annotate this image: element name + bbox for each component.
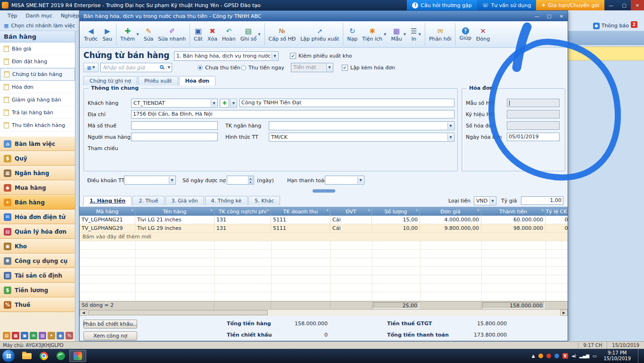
menu-tep[interactable]: Tệp [4, 13, 21, 19]
support-button[interactable]: ☏ Tư vấn sử dụng [477, 0, 537, 10]
module-ban-lam-viec[interactable]: ⌂Bàn làm việc [0, 136, 75, 151]
quick-shortcut-icon[interactable]: ◆ [57, 332, 64, 339]
start-button[interactable] [2, 350, 15, 362]
cell[interactable]: Cái [330, 216, 372, 224]
toolbar-button-hoan[interactable]: ↶Hoàn [220, 26, 238, 43]
column-header-ty-le-ck[interactable]: Tỷ lệ CK (%)+ [545, 207, 568, 216]
network-icon[interactable]: ▂▄▆ [579, 354, 589, 358]
column-header-dvt[interactable]: ĐVT+ [330, 207, 372, 216]
tray-app-icon[interactable] [546, 354, 551, 358]
invoice-date-field[interactable]: 05/01/2019 [507, 133, 560, 141]
cell[interactable]: 60.000.000 [481, 216, 545, 224]
column-header-thanh-tien[interactable]: Thành tiền+ [481, 207, 545, 216]
quick-shortcut-icon[interactable]: ▤ [3, 332, 10, 339]
toolbar-button-sau[interactable]: ▶Sau [100, 26, 115, 43]
tab-thong-ke[interactable]: 4. Thống kê [205, 196, 248, 205]
payment-type-combo[interactable]: TM/CK▼ [269, 133, 454, 142]
tray-expand-icon[interactable]: ▲ [532, 354, 535, 358]
toolbar-button-them[interactable]: ✚Thêm▼ [118, 26, 141, 43]
quick-shortcut-icon[interactable]: ▥ [39, 332, 46, 339]
toolbar-button-lap-phieu-xuat[interactable]: ➚Lập phiếu xuất [298, 26, 341, 43]
quick-shortcut-icon[interactable]: ✉ [30, 332, 37, 339]
tab-chung-tu-ghi-no[interactable]: Chứng từ ghi nợ [83, 76, 137, 85]
view-filter-button[interactable]: ▦▼ [83, 63, 99, 72]
column-header-ten-hang[interactable]: Tên hàng+ [135, 207, 215, 216]
notification-highlighted-item[interactable] [568, 47, 644, 60]
buyer-field[interactable] [131, 133, 218, 141]
due-date-combo[interactable]: ▼ [325, 176, 364, 185]
chevron-down-icon[interactable]: ▼ [166, 66, 172, 69]
bank-account-combo[interactable]: ▼ [269, 121, 454, 130]
cell[interactable]: 131 [215, 216, 271, 224]
exchange-rate-field[interactable]: 1,00 [521, 196, 563, 205]
quick-shortcut-icon[interactable]: ▦ [12, 332, 19, 339]
module-hoa-don-dien-tu[interactable]: ✉Hóa đơn điện tử [0, 210, 75, 224]
cell[interactable]: 98.000.000 [481, 224, 545, 233]
quick-shortcut-icon[interactable]: % [66, 332, 73, 339]
currency-combo[interactable]: VND▼ [474, 196, 496, 205]
module-quy[interactable]: $Quỹ [0, 151, 75, 166]
minimize-button[interactable]: — [604, 0, 618, 10]
cell[interactable]: 5111 [271, 224, 330, 233]
renew-button[interactable]: ✦ Gia hạn/Chuyển gói [536, 0, 604, 10]
faq-button[interactable]: ? Câu hỏi thường gặp [407, 0, 477, 10]
tab-phieu-xuat[interactable]: Phiếu xuất [138, 76, 178, 85]
child-minimize-button[interactable]: — [531, 11, 543, 21]
toolbar-button-sua-nhanh[interactable]: ✐Sửa nhanh [156, 26, 188, 43]
export-checkbox[interactable]: ✔ [290, 53, 296, 59]
toolbar-button-phan-hoi[interactable]: ✉Phản hồi [427, 26, 454, 43]
column-header-don-gia[interactable]: Đơn giá+ [420, 207, 481, 216]
restore-button[interactable]: □ [618, 0, 631, 10]
add-customer-button[interactable]: ✚ [220, 99, 229, 108]
cell[interactable]: TV_LGPHANG29 [80, 224, 135, 233]
scrollbar-track[interactable] [87, 310, 560, 316]
search-input[interactable] [101, 65, 159, 71]
column-header-tk-cong-no[interactable]: TK công nợ/chi phí+ [215, 207, 271, 216]
module-cong-cu[interactable]: ✱Công cụ dụng cụ [0, 253, 75, 268]
child-close-button[interactable]: ✕ [555, 11, 568, 21]
toolbar-button-tien-ich[interactable]: ✱Tiện ích▼ [360, 26, 388, 43]
cell[interactable]: 0,00 [545, 216, 568, 224]
scroll-left-icon[interactable]: ◀ [80, 310, 87, 316]
scrollbar-thumb[interactable] [88, 310, 268, 315]
cell[interactable]: 15,00 [372, 216, 420, 224]
splitter-handle[interactable] [313, 189, 335, 193]
module-ban-hang[interactable]: ✦Bán hàng [0, 195, 75, 210]
add-row-button[interactable]: Bấm vào đây để thêm mới [80, 233, 568, 241]
scroll-right-icon[interactable]: ▶ [560, 310, 568, 316]
tray-app-icon[interactable] [538, 354, 543, 358]
toolbar-button-cat[interactable]: ▣Cất [191, 26, 205, 43]
tray-app-icon[interactable] [554, 354, 559, 358]
close-button[interactable]: ✕ [631, 0, 644, 10]
module-quan-ly-hoa-don[interactable]: ▤Quản lý hóa đơn [0, 224, 75, 239]
tray-v-app-icon[interactable]: V [562, 353, 568, 359]
quick-shortcut-icon[interactable]: ✦ [48, 332, 55, 339]
sidebar-item-giam-gia[interactable]: Giảm giá hàng bán [0, 93, 75, 106]
module-mua-hang[interactable]: ◆Mua hàng [0, 180, 75, 195]
cell[interactable]: Cái [330, 224, 372, 233]
module-tai-san[interactable]: ▥Tài sản cố định [0, 268, 75, 283]
module-thue[interactable]: %Thuế [0, 297, 75, 312]
stepper-up-icon[interactable]: ▲ [248, 177, 253, 180]
cell[interactable]: Tivi LG 21 inches [135, 216, 215, 224]
sidebar-item-tra-lai[interactable]: Trả lại hàng bán [0, 106, 75, 119]
toolbar-button-mau[interactable]: ▦Mẫu▼ [388, 26, 408, 43]
toolbar-button-sua[interactable]: ✎Sửa [141, 26, 156, 43]
taskbar-misa[interactable] [52, 350, 69, 362]
sidebar-item-bao-gia[interactable]: Báo giá [0, 42, 75, 55]
notification-button[interactable]: Thông báo 2 [593, 23, 637, 29]
invoice-form-field[interactable] [507, 99, 560, 107]
toolbar-button-ghi-so[interactable]: ▤Ghi sổ▼ [238, 26, 263, 43]
tab-gia-von[interactable]: 3. Giá vốn [165, 196, 204, 205]
debt-days-stepper[interactable]: ▲ ▼ [227, 176, 254, 185]
toolbar-button-truoc[interactable]: ◀Trước [82, 26, 100, 43]
invoice-checkbox[interactable]: ✔ [342, 65, 348, 71]
taskbar-misa-sme[interactable] [69, 350, 86, 362]
customer-code-combo[interactable]: CT_TIENDAT▼ [131, 99, 218, 108]
view-debt-button[interactable]: Xem công nợ [83, 331, 137, 340]
column-header-ma-hang[interactable]: Mã hàng+ [80, 207, 135, 216]
module-ngan-hang[interactable]: ▦Ngân hàng [0, 166, 75, 180]
address-field[interactable]: 1756 Đội Cấn, Ba Đình, Hà Nội [131, 110, 454, 118]
cell[interactable]: TV_LGPHANG21 [80, 216, 135, 224]
toolbar-button-nap[interactable]: ↻Nạp [345, 26, 360, 43]
